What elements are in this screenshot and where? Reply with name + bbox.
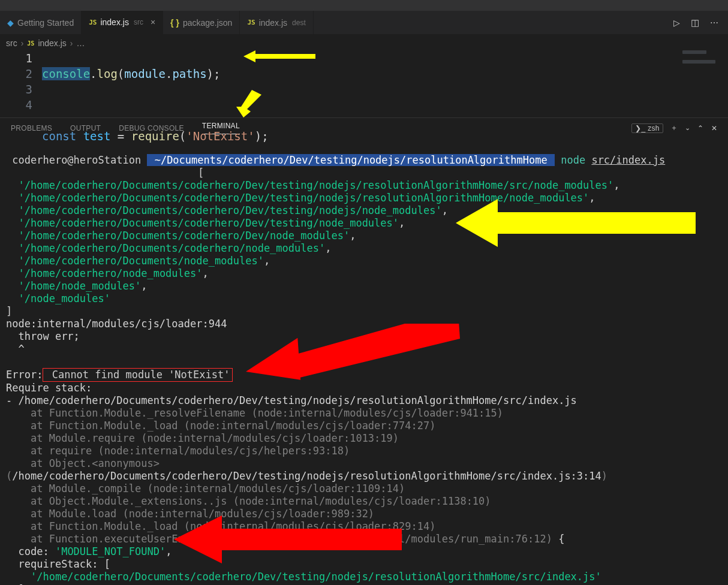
close-icon[interactable]: × xyxy=(151,17,155,27)
annotation-arrow-yellow-1 xyxy=(243,50,315,62)
svg-marker-4 xyxy=(174,515,402,563)
tab-label: Getting Started xyxy=(17,18,74,28)
error-highlight: Cannot find module 'NotExist' xyxy=(43,368,233,382)
svg-marker-3 xyxy=(246,324,462,384)
minimap[interactable] xyxy=(680,49,728,115)
code-editor[interactable]: 1 2 3 4 console.log(module.paths); const… xyxy=(0,50,728,117)
json-icon: { } xyxy=(170,18,179,28)
js-icon: JS xyxy=(89,19,97,26)
split-editor-icon[interactable]: ◫ xyxy=(691,17,699,28)
run-icon[interactable]: ▷ xyxy=(673,18,680,28)
code-content[interactable]: console.log(module.paths); const test = … xyxy=(42,50,728,117)
annotation-arrow-red-2 xyxy=(174,515,402,563)
tab-path: dest xyxy=(292,19,306,27)
svg-marker-2 xyxy=(456,199,696,247)
editor-tabs: ◆ Getting Started JS index.js src × { } … xyxy=(0,11,728,35)
annotation-arrow-red-1 xyxy=(246,324,462,384)
tab-label: index.js xyxy=(100,17,128,27)
svg-marker-1 xyxy=(236,90,261,117)
line-gutter: 1 2 3 4 xyxy=(0,50,42,117)
breadcrumb[interactable]: src › JS index.js › … xyxy=(0,35,728,50)
breadcrumb-more[interactable]: … xyxy=(77,38,85,48)
tab-path: src xyxy=(134,18,143,26)
more-icon[interactable]: ⋯ xyxy=(710,18,718,28)
svg-marker-0 xyxy=(243,50,315,62)
tab-package-json[interactable]: { } package.json xyxy=(163,11,240,34)
vscode-icon: ◆ xyxy=(7,18,14,28)
chevron-icon: › xyxy=(21,38,24,48)
tab-getting-started[interactable]: ◆ Getting Started xyxy=(0,11,82,34)
menubar xyxy=(0,0,728,11)
annotation-arrow-yellow-2 xyxy=(225,90,261,120)
tab-label: index.js xyxy=(259,18,287,28)
tab-index-src[interactable]: JS index.js src × xyxy=(82,11,163,34)
js-icon: JS xyxy=(247,19,255,26)
annotation-arrow-yellow-big xyxy=(456,199,696,247)
tab-label: package.json xyxy=(183,18,233,28)
js-icon: JS xyxy=(27,40,34,47)
editor-actions: ▷ ◫ ⋯ xyxy=(673,11,728,34)
tab-index-dest[interactable]: JS index.js dest xyxy=(240,11,313,34)
breadcrumb-file[interactable]: index.js xyxy=(38,38,66,48)
breadcrumb-folder[interactable]: src xyxy=(6,38,17,48)
chevron-icon: › xyxy=(70,38,73,48)
